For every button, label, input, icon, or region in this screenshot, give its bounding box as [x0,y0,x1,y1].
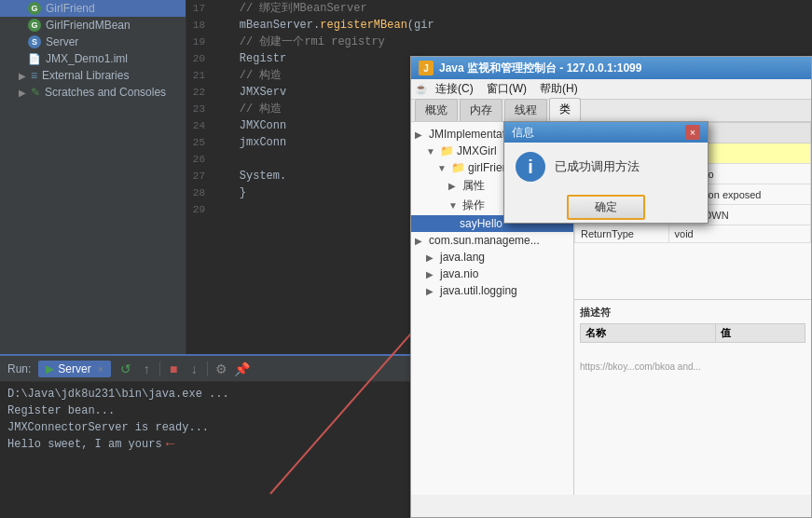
tree-node-label: com.sun.manageme... [429,234,540,247]
info-close-button[interactable]: × [685,125,700,140]
tree-node-label: java.lang [440,251,485,264]
info-dialog-body: i 已成功调用方法 [504,143,708,191]
code-line: 28 } [186,184,434,201]
project-sidebar: G GirlFriend G GirlFriendMBean S Server … [0,0,186,354]
tree-node-label: JMXGirl [457,144,497,157]
info-icon: i [516,152,545,182]
separator [159,361,160,376]
jmx-tabs: 概览 内存 线程 类 [411,100,811,122]
expand-icon: ▶ [19,71,26,81]
code-editor: 17 // 绑定到MBeanServer 18 mBeanServer.regi… [186,0,434,354]
sidebar-item-label: Scratches and Consoles [45,86,166,99]
table-cell-value: void [668,225,810,243]
sidebar-item-label: Server [46,35,78,48]
class-icon: S [28,35,41,48]
tree-expand-icon: ▶ [426,269,437,279]
info-dialog-footer: 确定 [504,191,708,224]
output-text: Hello sweet, I am yours [7,436,162,453]
info-ok-button[interactable]: 确定 [567,195,645,220]
tab-close-icon[interactable]: × [98,363,103,375]
tree-node-label: java.util.logging [440,284,517,297]
run-toolbar: Run: ▶ Server × ↺ ↑ ■ ↓ ⚙ 📌 [0,356,410,382]
settings-button[interactable]: ⚙ [213,361,228,376]
code-line: 21 // 构造 [186,67,434,84]
jmx-descriptor-section: 描述符 名称 值 https://bkoy...com/bkoa and... [574,299,811,377]
tree-item[interactable]: ▶ com.sun.manageme... [411,232,573,249]
output-text: Register bean... [7,402,115,419]
jmx-tab-class[interactable]: 类 [549,98,581,121]
code-line: 29 [186,201,434,218]
code-line: 24 JMXConn [186,117,434,134]
tree-node-label: 操作 [462,198,485,213]
code-line: 22 JMXServ [186,84,434,101]
sidebar-item-label: External Libraries [42,69,129,82]
tree-expand-icon: ▼ [448,200,460,211]
jmx-app-icon: J [419,61,434,75]
jmx-menu-window[interactable]: 窗口(W) [481,79,532,99]
class-icon: G [28,2,41,15]
sidebar-item-scratches[interactable]: ▶ ✎ Scratches and Consoles [0,84,186,101]
tree-node-label: java.nio [440,267,478,280]
code-line: 27 System. [186,168,434,184]
tree-item[interactable]: ▶ java.nio [411,266,573,282]
run-panel: Run: ▶ Server × ↺ ↑ ■ ↓ ⚙ 📌 D:\Java\jdk8… [0,354,410,518]
table-cell-name: ReturnType [575,225,669,243]
jmx-tab-overview[interactable]: 概览 [415,99,458,121]
output-text: D:\Java\jdk8u231\bin\java.exe ... [7,386,229,402]
jmx-tab-threads[interactable]: 线程 [504,99,547,121]
run-tab-label: Server [58,362,90,375]
info-dialog-title: 信息 [512,125,534,141]
jmx-menu-help[interactable]: 帮助(H) [534,79,584,99]
run-output-line: D:\Java\jdk8u231\bin\java.exe ... [7,386,403,402]
red-arrow-icon: ← [166,436,175,453]
run-output-line: JMXConnectorServer is ready... [7,419,403,436]
file-icon: 📄 [28,53,41,65]
sidebar-item-server[interactable]: S Server [0,34,186,50]
tree-item[interactable]: ▶ java.util.logging [411,282,573,299]
sidebar-item-girlfriendmbean[interactable]: G GirlFriendMBean [0,17,186,34]
rerun-button[interactable]: ↺ [118,361,133,376]
jmx-menu-connect[interactable]: 连接(C) [430,79,479,99]
stop-button[interactable]: ↑ [139,361,154,376]
scratch-icon: ✎ [31,86,40,99]
tree-expand-icon: ▶ [415,130,426,140]
pin-button[interactable]: 📌 [234,361,249,376]
output-text: JMXConnectorServer is ready... [7,419,209,436]
sidebar-item-label: GirlFriend [46,2,95,15]
tree-expand-icon: ▼ [426,146,437,157]
jmx-titlebar: J Java 监视和管理控制台 - 127.0.0.1:1099 [411,57,811,79]
info-dialog: 信息 × i 已成功调用方法 确定 [503,121,709,224]
code-line: 20 Registr [186,50,434,67]
sidebar-item-external-libraries[interactable]: ▶ ≡ External Libraries [0,67,186,84]
code-line: 26 [186,151,434,168]
tree-node-label: 属性 [462,178,485,194]
sidebar-item-iml[interactable]: 📄 JMX_Demo1.iml [0,50,186,67]
run-tab-server[interactable]: ▶ Server × [38,361,111,377]
tree-expand-icon: ▶ [426,252,437,263]
sidebar-item-label: JMX_Demo1.iml [46,52,128,65]
info-dialog-titlebar: 信息 × [504,122,708,143]
desc-header-name: 名称 [581,324,716,343]
down-button[interactable]: ↓ [186,361,201,376]
jmx-tab-memory[interactable]: 内存 [460,99,502,121]
jmx-app-icon-small: ☕ [415,83,428,95]
stop-button[interactable]: ■ [166,361,181,376]
expand-icon: ▶ [19,88,26,98]
code-line: 19 // 创建一个rmi registry [186,34,434,50]
table-row: ReturnType void [575,225,811,243]
tree-expand-icon: ▶ [448,181,460,191]
folder-icon: 📁 [440,144,454,157]
sidebar-item-label: GirlFriendMBean [46,19,131,32]
code-line: 23 // 构造 [186,101,434,117]
run-output-line: Hello sweet, I am yours ← [7,436,403,453]
tree-expand-icon: ▼ [437,163,448,173]
tree-node-label: sayHello [460,217,502,230]
sidebar-item-girlfriend[interactable]: G GirlFriend [0,0,186,17]
run-output-line: Register bean... [7,402,403,419]
url-hint: https://bkoy...com/bkoa and... [580,361,805,372]
folder-icon: 📁 [451,161,465,174]
tree-item[interactable]: ▶ java.lang [411,249,573,266]
separator [207,361,208,376]
code-line: 25 jmxConn [186,134,434,151]
desc-header-value: 值 [715,324,805,343]
